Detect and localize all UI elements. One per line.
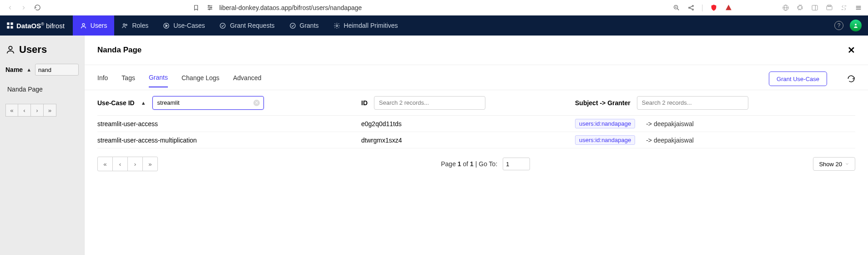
svg-point-33 xyxy=(123,24,125,26)
svg-point-40 xyxy=(855,24,857,26)
wallet-icon[interactable] xyxy=(825,4,833,12)
nav-roles-label: Roles xyxy=(132,22,148,29)
browser-reload-button[interactable] xyxy=(33,3,42,12)
table-row[interactable]: streamlit-user-access e0g2q0d11tds users… xyxy=(97,116,855,132)
grants-table-header: Use-Case ID ▲ ✕ ID Subject -> Granter xyxy=(97,90,855,116)
user-avatar[interactable] xyxy=(850,20,862,31)
nav-usecases[interactable]: Use-Cases xyxy=(156,15,212,36)
filter-subject-input[interactable] xyxy=(642,97,743,109)
pager-first-button[interactable]: « xyxy=(97,157,113,171)
extensions-icon[interactable] xyxy=(796,4,804,12)
brave-rewards-icon[interactable] xyxy=(724,4,732,12)
chevron-down-icon xyxy=(845,162,849,166)
name-filter-input[interactable] xyxy=(35,64,79,76)
svg-rect-19 xyxy=(812,5,818,10)
tab-grants[interactable]: Grants xyxy=(149,74,168,87)
goto-page-input[interactable] xyxy=(503,158,530,170)
user-detail-panel: Nanda Page ✕ Info Tags Grants Change Log… xyxy=(85,36,868,255)
filter-id-input[interactable] xyxy=(379,97,480,109)
svg-point-10 xyxy=(689,7,690,8)
bookmark-icon[interactable] xyxy=(192,4,200,12)
browser-url[interactable]: liberal-donkey.dataos.app/bifrost/users/… xyxy=(219,4,362,11)
nav-grants[interactable]: Grants xyxy=(282,15,326,36)
tab-advanced[interactable]: Advanced xyxy=(233,74,261,87)
nav-users-label: Users xyxy=(91,22,107,29)
granter-text: -> deepakjaiswal xyxy=(646,120,694,128)
pager-last-button[interactable]: » xyxy=(142,157,158,171)
subject-tag-link[interactable]: users:id:nandapage xyxy=(575,119,635,128)
svg-marker-36 xyxy=(166,25,167,27)
app-nav: DataOS® bifrost Users Roles Use-Cases Gr… xyxy=(0,15,868,36)
nav-heimdall-label: Heimdall Primitives xyxy=(344,22,398,29)
nav-grant-requests[interactable]: Grant Requests xyxy=(212,15,282,36)
svg-line-13 xyxy=(690,6,692,7)
pager-first-button[interactable]: « xyxy=(5,104,18,117)
tab-info[interactable]: Info xyxy=(97,74,108,87)
hamburger-icon[interactable] xyxy=(854,4,863,12)
svg-point-39 xyxy=(336,25,338,26)
nav-usecases-label: Use-Cases xyxy=(173,22,205,29)
zoom-icon[interactable] xyxy=(672,4,681,12)
pagination-status: Page 1 of 1 | Go To: xyxy=(158,158,813,170)
svg-point-5 xyxy=(209,9,210,10)
header-subject-granter[interactable]: Subject -> Granter xyxy=(575,99,631,107)
cell-id: e0g2q0d11tds xyxy=(361,120,402,128)
svg-point-34 xyxy=(126,24,127,26)
browser-forward-button[interactable] xyxy=(19,3,28,12)
refresh-icon[interactable] xyxy=(847,75,855,83)
svg-line-7 xyxy=(677,9,679,10)
user-list-item[interactable]: Nanda Page xyxy=(5,81,79,97)
browser-back-button[interactable] xyxy=(5,3,15,12)
tab-tags[interactable]: Tags xyxy=(121,74,135,87)
svg-rect-28 xyxy=(7,22,9,25)
brand-suffix: bifrost xyxy=(46,22,65,30)
page-size-label: Show 20 xyxy=(819,161,842,168)
clear-filter-icon[interactable]: ✕ xyxy=(253,100,260,106)
site-settings-icon[interactable] xyxy=(206,4,214,12)
brand-name: DataOS xyxy=(16,22,41,30)
nav-roles[interactable]: Roles xyxy=(114,15,156,36)
subject-tag-link[interactable]: users:id:nandapage xyxy=(575,135,635,145)
share-icon[interactable] xyxy=(687,4,695,12)
svg-point-37 xyxy=(220,23,225,28)
header-id[interactable]: ID xyxy=(361,99,368,107)
app-logo[interactable]: DataOS® bifrost xyxy=(6,22,65,30)
filter-usecase-input[interactable] xyxy=(157,97,259,109)
filter-id-wrapper xyxy=(374,96,485,110)
globe-icon[interactable] xyxy=(782,4,790,12)
sort-ascending-icon[interactable]: ▲ xyxy=(26,67,31,72)
pager-prev-button[interactable]: ‹ xyxy=(18,104,31,117)
tab-changelogs[interactable]: Change Logs xyxy=(182,74,219,87)
page-size-select[interactable]: Show 20 xyxy=(813,157,855,171)
granter-text: -> deepakjaiswal xyxy=(646,137,694,144)
users-pager: « ‹ › » xyxy=(5,104,79,117)
svg-rect-29 xyxy=(10,22,13,25)
svg-rect-30 xyxy=(7,26,9,28)
pager-last-button[interactable]: » xyxy=(44,104,56,117)
table-row[interactable]: streamlit-user-access-multiplication dtw… xyxy=(97,132,855,148)
svg-point-41 xyxy=(9,46,12,50)
cell-usecase: streamlit-user-access-multiplication xyxy=(97,137,197,144)
close-panel-button[interactable]: ✕ xyxy=(848,45,855,56)
users-title: Users xyxy=(5,44,79,56)
name-column-label[interactable]: Name xyxy=(5,66,23,73)
svg-line-14 xyxy=(690,8,692,9)
sort-ascending-icon[interactable]: ▲ xyxy=(141,100,146,106)
grant-usecase-button[interactable]: Grant Use-Case xyxy=(769,71,827,86)
nav-users[interactable]: Users xyxy=(73,15,115,36)
more-icon[interactable] xyxy=(840,4,848,12)
svg-marker-15 xyxy=(726,5,732,10)
help-icon[interactable]: ? xyxy=(834,21,843,30)
nav-heimdall[interactable]: Heimdall Primitives xyxy=(326,15,405,36)
nav-grants-label: Grants xyxy=(300,22,319,29)
svg-point-12 xyxy=(692,9,694,10)
pager-next-button[interactable]: › xyxy=(31,104,44,117)
brave-shield-icon[interactable] xyxy=(710,4,718,12)
svg-point-3 xyxy=(208,5,209,7)
sidepanel-icon[interactable] xyxy=(811,4,819,12)
filter-usecase-wrapper: ✕ xyxy=(152,96,264,110)
pager-prev-button[interactable]: ‹ xyxy=(112,157,128,171)
pager-next-button[interactable]: › xyxy=(127,157,143,171)
panel-title: Nanda Page xyxy=(97,46,141,55)
header-usecase-id[interactable]: Use-Case ID xyxy=(97,99,135,107)
